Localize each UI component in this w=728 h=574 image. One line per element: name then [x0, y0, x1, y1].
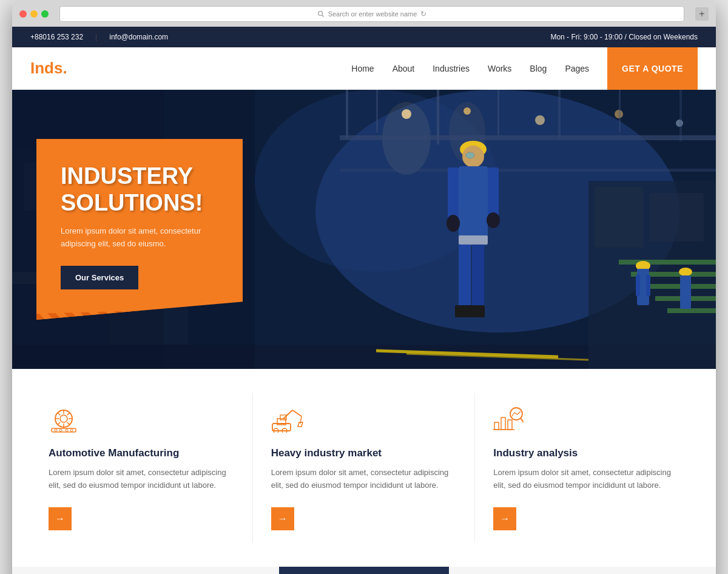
heavy-industry-icon — [271, 405, 457, 438]
svg-line-69 — [58, 413, 60, 415]
svg-rect-39 — [643, 284, 716, 289]
svg-point-46 — [679, 268, 692, 276]
new-tab-button[interactable]: + — [695, 7, 709, 21]
svg-rect-17 — [619, 90, 621, 132]
analysis-title: Industry analysis — [493, 447, 679, 459]
minimize-button[interactable] — [30, 10, 38, 18]
address-bar-placeholder: Search or enter website name — [328, 10, 417, 18]
svg-point-55 — [487, 212, 500, 228]
address-bar[interactable]: Search or enter website name ↻ — [59, 6, 684, 22]
svg-rect-41 — [667, 308, 716, 313]
svg-point-76 — [66, 429, 68, 431]
svg-rect-92 — [279, 567, 449, 574]
svg-line-82 — [283, 410, 292, 419]
analysis-desc: Lorem ipsum dolor sit amet, consectetur … — [493, 467, 679, 492]
svg-rect-20 — [340, 169, 716, 172]
analysis-icon — [493, 405, 679, 438]
svg-rect-57 — [472, 244, 484, 311]
top-bar: +88016 253 232 | info@domain.com Mon - F… — [12, 27, 716, 47]
hero-subtitle: Lorem ipsum dolor sit amet, consectetur … — [61, 225, 218, 251]
svg-rect-15 — [497, 90, 499, 135]
email-address: info@domain.com — [109, 33, 168, 41]
svg-point-64 — [60, 415, 67, 422]
svg-rect-60 — [459, 235, 488, 245]
svg-rect-13 — [376, 90, 378, 132]
svg-rect-37 — [619, 260, 716, 265]
svg-line-71 — [67, 413, 70, 415]
svg-rect-51 — [459, 166, 488, 245]
heavy-industry-arrow[interactable]: → — [271, 507, 294, 530]
automotive-svg-icon — [49, 405, 79, 433]
close-button[interactable] — [19, 10, 27, 18]
svg-line-91 — [521, 418, 524, 422]
svg-rect-86 — [494, 422, 499, 430]
svg-rect-19 — [340, 135, 716, 140]
analysis-svg-icon — [493, 405, 524, 433]
site-logo[interactable]: Inds. — [30, 59, 67, 78]
svg-line-1 — [322, 15, 323, 17]
svg-line-72 — [58, 422, 60, 425]
svg-rect-58 — [455, 305, 471, 317]
svg-rect-18 — [679, 90, 682, 141]
automotive-desc: Lorem ipsum dolor sit amet, consectetur … — [49, 467, 234, 492]
top-bar-right: Mon - Fri: 9:00 - 19:00 / Closed on Week… — [550, 33, 698, 41]
navbar: Inds. Home About Industries Works Blog P… — [12, 47, 716, 90]
svg-rect-56 — [459, 244, 471, 311]
heavy-industry-svg-icon — [271, 405, 305, 433]
traffic-lights — [19, 10, 49, 18]
svg-rect-44 — [636, 275, 640, 296]
svg-point-0 — [318, 12, 322, 16]
hero-section: INDUSTERY SOLUTIONS! Lorem ipsum dolor s… — [12, 90, 716, 369]
business-hours: Mon - Fri: 9:00 - 19:00 / Closed on Week… — [550, 33, 698, 41]
bottom-preview-svg — [279, 567, 449, 574]
service-analysis: Industry analysis Lorem ipsum dolor sit … — [475, 393, 698, 542]
nav-pages[interactable]: Pages — [565, 64, 589, 73]
svg-rect-52 — [448, 167, 459, 222]
get-quote-button[interactable]: Get A QUOTE — [607, 47, 698, 90]
nav-works[interactable]: Works — [488, 64, 511, 73]
website-content: +88016 253 232 | info@domain.com Mon - F… — [12, 27, 716, 574]
browser-window: Search or enter website name ↻ + +88016 … — [12, 0, 716, 574]
nav-about[interactable]: About — [393, 64, 415, 73]
service-heavy-industry: Heavy industry market Lorem ipsum dolor … — [253, 393, 476, 542]
svg-line-70 — [67, 422, 70, 425]
svg-point-77 — [70, 429, 73, 431]
automotive-icon — [49, 405, 234, 438]
svg-rect-35 — [595, 187, 643, 248]
svg-rect-47 — [680, 275, 691, 309]
nav-home[interactable]: Home — [351, 64, 374, 73]
browser-chrome: Search or enter website name ↻ + — [12, 0, 716, 27]
svg-point-54 — [447, 215, 460, 232]
top-bar-divider: | — [95, 33, 97, 41]
svg-rect-16 — [558, 90, 561, 138]
analysis-arrow[interactable]: → — [493, 507, 516, 530]
phone-number: +88016 253 232 — [30, 33, 83, 41]
nav-industries[interactable]: Industries — [433, 64, 470, 73]
maximize-button[interactable] — [41, 10, 49, 18]
our-services-button[interactable]: Our Services — [61, 266, 138, 289]
svg-rect-88 — [508, 420, 512, 430]
service-automotive: Automotive Manufacturing Lorem ipsum dol… — [30, 393, 253, 542]
svg-line-83 — [292, 410, 302, 416]
heavy-industry-desc: Lorem ipsum dolor sit amet, consectetur … — [271, 467, 457, 492]
nav-links: Home About Industries Works Blog Pages G… — [351, 47, 698, 90]
hero-title: INDUSTERY SOLUTIONS! — [61, 163, 218, 216]
automotive-title: Automotive Manufacturing — [49, 447, 234, 459]
heavy-industry-title: Heavy industry market — [271, 447, 457, 459]
svg-point-75 — [59, 429, 62, 431]
svg-rect-36 — [649, 193, 704, 241]
nav-blog[interactable]: Blog — [530, 64, 547, 73]
svg-point-9 — [535, 115, 545, 125]
bottom-preview — [12, 567, 716, 574]
search-icon — [317, 10, 325, 18]
top-bar-left: +88016 253 232 | info@domain.com — [30, 33, 168, 41]
svg-rect-87 — [501, 417, 505, 430]
svg-rect-45 — [646, 275, 650, 296]
svg-rect-53 — [488, 167, 499, 219]
automotive-arrow[interactable]: → — [49, 507, 72, 530]
services-section: Automotive Manufacturing Lorem ipsum dol… — [12, 369, 716, 567]
svg-point-74 — [55, 429, 57, 431]
svg-rect-59 — [469, 305, 485, 317]
refresh-icon[interactable]: ↻ — [420, 10, 426, 18]
svg-rect-12 — [346, 90, 348, 138]
